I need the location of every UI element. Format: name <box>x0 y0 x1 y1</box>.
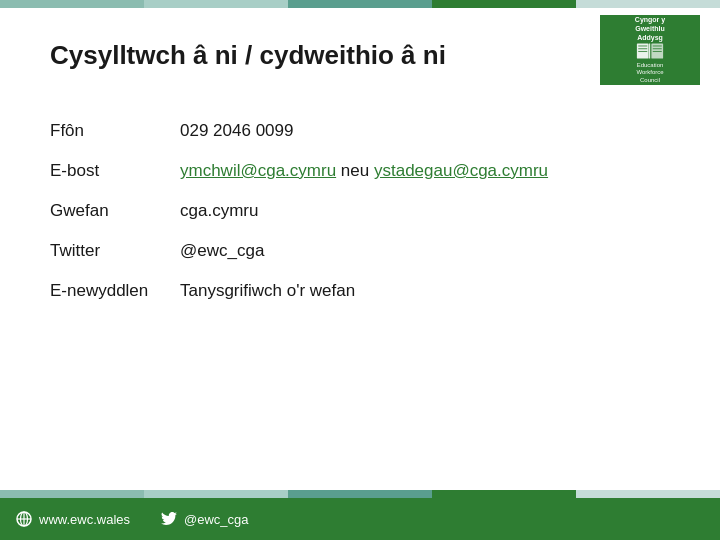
table-row: Gwefan cga.cymru <box>50 191 670 231</box>
value-enewyddlen: Tanysgrifiwch o'r wefan <box>180 271 670 311</box>
table-row: Twitter @ewc_cga <box>50 231 670 271</box>
label-twitter: Twitter <box>50 231 180 271</box>
footer-website-text: www.ewc.wales <box>39 512 130 527</box>
contact-table: Ffôn 029 2046 0099 E-bost ymchwil@cga.cy… <box>50 111 670 311</box>
label-ebost: E-bost <box>50 151 180 191</box>
label-enewyddlen: E-newyddlen <box>50 271 180 311</box>
bottom-bar-5 <box>576 490 720 498</box>
footer-twitter: @ewc_cga <box>160 510 249 528</box>
label-gwefan: Gwefan <box>50 191 180 231</box>
table-row: E-newyddlen Tanysgrifiwch o'r wefan <box>50 271 670 311</box>
bottom-bar-4 <box>432 490 576 498</box>
footer: www.ewc.wales @ewc_cga <box>0 498 720 540</box>
bottom-bar-1 <box>0 490 144 498</box>
value-twitter: @ewc_cga <box>180 231 670 271</box>
bottom-bar-2 <box>144 490 288 498</box>
table-row: E-bost ymchwil@cga.cymru neu ystadegau@c… <box>50 151 670 191</box>
bottom-decorative-bars <box>0 490 720 498</box>
value-gwefan: cga.cymru <box>180 191 670 231</box>
page-title: Cysylltwch â ni / cydweithio â ni <box>50 40 670 71</box>
bottom-bar-3 <box>288 490 432 498</box>
footer-website: www.ewc.wales <box>15 510 130 528</box>
table-row: Ffôn 029 2046 0099 <box>50 111 670 151</box>
main-content: Cysylltwch â ni / cydweithio â ni Ffôn 0… <box>0 0 720 331</box>
value-ebost: ymchwil@cga.cymru neu ystadegau@cga.cymr… <box>180 151 670 191</box>
footer-twitter-text: @ewc_cga <box>184 512 249 527</box>
separator: neu <box>341 161 374 180</box>
globe-icon <box>15 510 33 528</box>
label-ffon: Ffôn <box>50 111 180 151</box>
link-ystadegau[interactable]: ystadegau@cga.cymru <box>374 161 548 180</box>
twitter-bird-icon <box>160 510 178 528</box>
link-ymchwil[interactable]: ymchwil@cga.cymru <box>180 161 336 180</box>
value-ffon: 029 2046 0099 <box>180 111 670 151</box>
